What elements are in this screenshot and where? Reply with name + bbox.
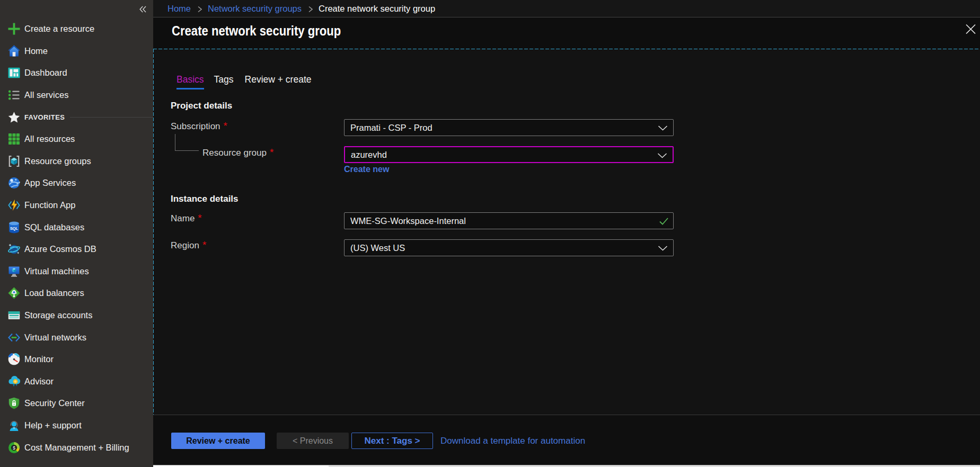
svg-text:$: $ <box>13 445 15 450</box>
svg-text:SQL: SQL <box>10 226 19 231</box>
